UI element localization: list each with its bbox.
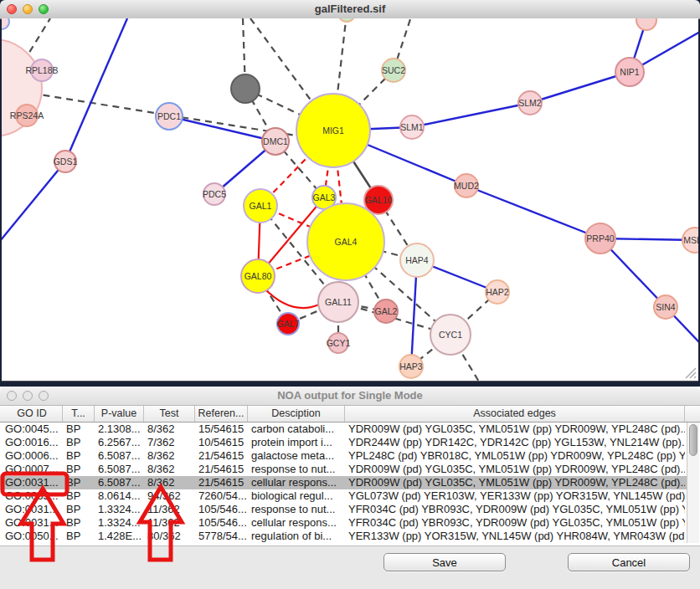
graph-edge (65, 18, 127, 161)
cell-type: BP (63, 436, 95, 449)
graph-node-label: GAL7 (277, 319, 300, 329)
cell-p_value: 8.0614... (95, 489, 144, 503)
cell-go_id: GO:0065... (2, 489, 63, 503)
graph-node-label: HAP4 (405, 255, 429, 265)
graph-node-label: PRP40 (586, 233, 614, 243)
scrollbar-thumb[interactable] (689, 424, 697, 456)
graph-node-label: MIG1 (322, 125, 344, 136)
column-header-t[interactable]: T... (63, 406, 95, 422)
save-button[interactable]: Save (383, 553, 506, 571)
graph-node-label: SUC2 (382, 65, 405, 75)
zoom-icon[interactable] (39, 4, 49, 14)
table-row[interactable]: GO:0045...BP2.1308...8/36215/54615carbon… (0, 423, 687, 436)
cell-reference: 105/546... (195, 503, 248, 516)
table-row[interactable]: GO:0065...BP8.0614...94/3627260/54...bio… (0, 489, 687, 503)
network-window: galFiltered.sif RPL18BRPS24AGDS1PDC1DMC1… (0, 0, 700, 382)
network-canvas[interactable]: RPL18BRPS24AGDS1PDC1DMC1MIG1SUC2SLM1SLM2… (2, 18, 698, 382)
cell-description: biological regul... (248, 489, 345, 503)
network-window-titlebar[interactable]: galFiltered.sif (0, 0, 700, 19)
noa-window-title: NOA output for Single Mode (59, 387, 641, 405)
cell-p_value: 6.5087... (95, 463, 144, 476)
table-row[interactable]: GO:0007...BP6.5087...8/36221/54615respon… (0, 463, 687, 476)
minimize-icon[interactable] (23, 391, 33, 401)
cell-test: 11/362 (144, 516, 195, 530)
cell-reference: 15/54615 (195, 423, 248, 436)
table-row[interactable]: GO:0006...BP6.5087...8/36221/54615galact… (0, 449, 687, 463)
table-row[interactable]: GO:0031...BP6.5087...8/36221/54615cellul… (0, 476, 687, 489)
cell-reference: 5778/54... (195, 530, 248, 543)
cell-p_value: 1.3324... (95, 516, 144, 530)
zoom-icon[interactable] (39, 391, 49, 401)
cell-test: 8/362 (144, 449, 195, 463)
column-header-test[interactable]: Test (144, 406, 195, 422)
table-row[interactable]: GO:0031...BP1.3324...11/362105/546...cel… (0, 516, 687, 530)
cell-description: response to nut... (248, 463, 345, 476)
graph-node-label: NIP1 (620, 67, 640, 77)
table-scrollbar[interactable] (687, 423, 699, 543)
table-row[interactable]: GO:0016...BP6.2567...7/36210/54615protei… (0, 436, 687, 449)
resize-grip-icon[interactable] (685, 367, 697, 379)
graph-edge (169, 116, 275, 141)
column-header-p-value[interactable]: P-value (95, 406, 144, 422)
cell-edges: YDR244W (pp) YDR142C, YDR142C (pp) YGL15… (345, 436, 685, 449)
graph-edge (2, 161, 65, 241)
cell-reference: 21/54615 (195, 449, 248, 463)
graph-node-label: GAL4 (335, 237, 358, 247)
column-header-referen[interactable]: Referen... (195, 406, 248, 422)
graph-node-label: GCY1 (327, 338, 351, 348)
cell-reference: 10/54615 (195, 436, 248, 449)
network-window-title: galFiltered.sif (59, 0, 641, 18)
graph-edge (466, 186, 600, 238)
minimize-icon[interactable] (23, 4, 33, 14)
graph-node-label: RPS24A (10, 110, 44, 120)
graph-node-label: GAL1 (250, 201, 272, 211)
noa-window-titlebar[interactable]: NOA output for Single Mode (0, 387, 700, 406)
graph-node-label: GAL10 (365, 195, 393, 205)
column-header-associated-edges[interactable]: Associated edges (345, 406, 685, 422)
cell-go_id: GO:0045... (2, 423, 63, 436)
cell-p_value: 1.428E... (95, 530, 144, 543)
cell-test: 7/362 (144, 436, 195, 449)
results-table-body: GO:0045...BP2.1308...8/36215/54615carbon… (0, 423, 700, 543)
cell-edges: YFR034C (pd) YBR093C, YDR009W (pd) YGL03… (345, 503, 685, 516)
graph-node-label: SLM2 (518, 98, 542, 108)
cell-description: response to nut... (248, 503, 345, 516)
graph-node-label: PDC1 (157, 111, 181, 121)
graph-node-label: SIN4 (656, 302, 676, 312)
graph-node-corner-pink[interactable] (636, 18, 656, 30)
graph-node-label: CYC1 (439, 330, 462, 340)
cell-type: BP (63, 423, 95, 436)
table-row[interactable]: GO:0031...BP1.3324...11/362105/546...res… (0, 503, 687, 516)
cell-p_value: 6.2567... (95, 436, 144, 449)
cell-test: 8/362 (144, 476, 195, 489)
column-header-go-id[interactable]: GO ID (2, 406, 63, 422)
graph-node-label: GAL2 (375, 306, 398, 316)
network-graph: RPL18BRPS24AGDS1PDC1DMC1MIG1SUC2SLM1SLM2… (2, 18, 698, 381)
graph-node-gray-node[interactable] (231, 74, 260, 103)
column-header-desciption[interactable]: Desciption (248, 406, 345, 422)
cell-edges: YDR009W (pd) YGL035C, YML051W (pp) YDR00… (345, 463, 685, 476)
cell-test: 94/362 (144, 489, 195, 503)
cell-go_id: GO:0031... (2, 503, 63, 516)
results-table-header: GO IDT...P-valueTestReferen...Desciption… (0, 405, 700, 423)
graph-node-corner-left[interactable] (2, 18, 9, 29)
table-row[interactable]: GO:0050...BP1.428E...80/3625778/54...reg… (0, 530, 687, 543)
cell-reference: 7260/54... (195, 489, 248, 503)
graph-node-top-green[interactable] (338, 18, 355, 22)
cell-edges: YGL073W (pd) YER103W, YER133W (pp) YOR31… (345, 489, 685, 503)
cell-go_id: GO:0006... (2, 449, 63, 463)
cell-type: BP (63, 489, 95, 503)
cell-p_value: 6.5087... (95, 449, 144, 463)
cell-p_value: 6.5087... (95, 476, 144, 489)
cell-edges: YPL248C (pd) YBR018C, YML051W (pp) YDR00… (345, 449, 685, 463)
close-icon[interactable] (7, 391, 17, 401)
cell-edges: YER133W (pp) YOR315W, YNL145W (pd) YHR08… (345, 530, 685, 543)
graph-node-label: HAP2 (486, 287, 509, 297)
cell-go_id: GO:0031... (2, 476, 63, 489)
close-icon[interactable] (7, 4, 17, 14)
cell-description: cellular respons... (248, 516, 345, 530)
cancel-button[interactable]: Cancel (568, 553, 690, 571)
graph-node-label: GAL11 (325, 297, 352, 307)
graph-node-label: PDC5 (203, 189, 226, 199)
cell-edges: YDR009W (pd) YGL035C, YML051W (pp) YDR00… (345, 476, 685, 489)
